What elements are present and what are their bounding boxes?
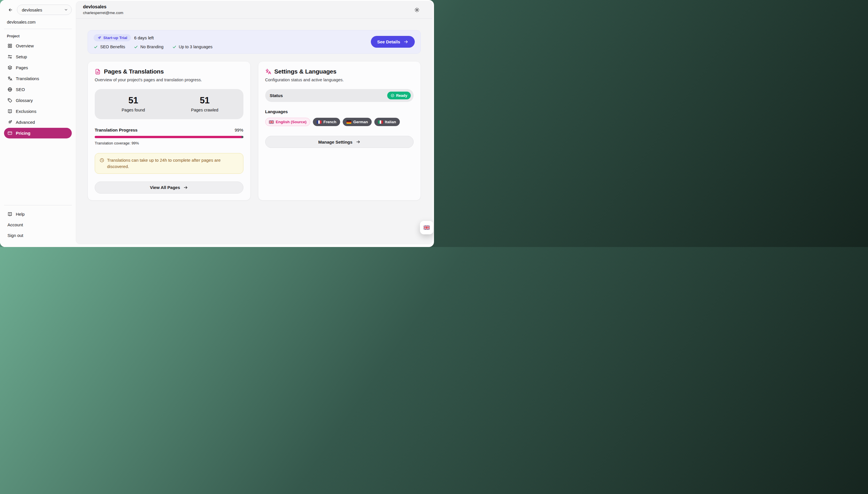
language-chip-french[interactable]: French bbox=[313, 118, 340, 126]
theme-toggle-button[interactable] bbox=[413, 6, 421, 14]
check-icon bbox=[172, 45, 177, 49]
trial-banner-row: Start-up Trial 6 days left bbox=[94, 34, 212, 41]
screen: devlosales devlosales.com Project Overvi… bbox=[0, 0, 434, 247]
sidebar-item-advanced[interactable]: Advanced bbox=[4, 117, 72, 128]
main-header: devlosales charlesperret@me.com bbox=[76, 1, 432, 19]
book-open-icon bbox=[7, 109, 12, 114]
sidebar-item-translations[interactable]: Translations bbox=[4, 73, 72, 84]
translate-icon bbox=[265, 69, 271, 75]
trial-feature-label: No Branding bbox=[140, 44, 164, 49]
sidebar-item-overview[interactable]: Overview bbox=[4, 40, 72, 51]
sparkles-icon bbox=[7, 120, 12, 125]
trial-badge: Start-up Trial bbox=[94, 34, 131, 41]
sidebar-item-glossary[interactable]: Glossary bbox=[4, 95, 72, 106]
status-row: Status Ready bbox=[265, 89, 414, 102]
trial-days-left: 6 days left bbox=[134, 35, 154, 40]
status-badge-label: Ready bbox=[396, 93, 407, 98]
translation-notice: Translations can take up to 24h to compl… bbox=[95, 153, 243, 174]
stat-label: Pages crawled bbox=[169, 108, 240, 112]
layers-icon bbox=[7, 65, 12, 70]
card-title: Settings & Languages bbox=[274, 68, 337, 75]
trial-banner-info: Start-up Trial 6 days left SEO Benefits bbox=[94, 34, 212, 49]
account-email: charlesperret@me.com bbox=[83, 11, 123, 15]
see-details-button[interactable]: See Details bbox=[371, 36, 415, 48]
sidebar-item-exclusions[interactable]: Exclusions bbox=[4, 106, 72, 117]
project-selector-value: devlosales bbox=[22, 7, 42, 12]
sidebar-item-label: Exclusions bbox=[16, 109, 37, 114]
file-text-icon bbox=[95, 69, 101, 75]
translation-progress-label: Translation Progress bbox=[95, 128, 138, 132]
language-chip-german[interactable]: German bbox=[343, 118, 372, 126]
main-content: Start-up Trial 6 days left SEO Benefits bbox=[76, 19, 432, 244]
back-button[interactable] bbox=[7, 6, 14, 14]
main-wrap: devlosales charlesperret@me.com bbox=[76, 0, 434, 247]
sparkle-icon bbox=[97, 36, 101, 40]
flag-de-icon bbox=[347, 120, 351, 124]
pages-stats: 51 Pages found 51 Pages crawled bbox=[95, 89, 243, 119]
translation-coverage-text: Translation coverage: 99% bbox=[95, 141, 243, 145]
sidebar-item-label: Glossary bbox=[16, 98, 33, 103]
language-chip-label: German bbox=[353, 120, 368, 124]
credit-card-icon bbox=[7, 131, 12, 136]
language-chips: English (Source) French German bbox=[265, 118, 414, 126]
trial-feature-label: SEO Benefits bbox=[100, 44, 125, 49]
arrow-right-icon bbox=[403, 39, 409, 44]
language-selector-button[interactable] bbox=[420, 221, 433, 234]
trial-feature: Up to 3 languages bbox=[172, 44, 213, 49]
pages-translations-card: Pages & Translations Overview of your pr… bbox=[87, 61, 251, 201]
app-window: devlosales devlosales.com Project Overvi… bbox=[0, 0, 434, 247]
sidebar-item-label: Sign out bbox=[7, 233, 23, 238]
language-chip-english-source[interactable]: English (Source) bbox=[265, 118, 310, 126]
status-label: Status bbox=[270, 93, 283, 98]
language-chip-italian[interactable]: Italian bbox=[374, 118, 400, 126]
sidebar: devlosales devlosales.com Project Overvi… bbox=[0, 0, 76, 247]
view-all-pages-label: View All Pages bbox=[150, 185, 180, 190]
manage-settings-label: Manage Settings bbox=[318, 139, 353, 145]
trial-feature-label: Up to 3 languages bbox=[179, 44, 213, 49]
sidebar-top: devlosales bbox=[4, 5, 72, 15]
translation-progress-bar bbox=[95, 136, 243, 138]
sidebar-item-seo[interactable]: SEO bbox=[4, 84, 72, 95]
sidebar-item-help[interactable]: Help bbox=[4, 209, 72, 220]
arrow-right-icon bbox=[356, 139, 360, 144]
stat-value: 51 bbox=[98, 95, 169, 106]
book-open-icon bbox=[7, 212, 12, 216]
stat-label: Pages found bbox=[98, 108, 169, 112]
flag-it-icon bbox=[378, 120, 383, 124]
sidebar-item-label: Setup bbox=[16, 54, 27, 59]
stat-pages-found: 51 Pages found bbox=[98, 95, 169, 112]
trial-badge-label: Start-up Trial bbox=[103, 36, 127, 40]
sidebar-item-label: Advanced bbox=[16, 120, 35, 125]
divider bbox=[4, 205, 72, 205]
account-summary: devlosales charlesperret@me.com bbox=[83, 4, 123, 15]
translate-icon bbox=[7, 76, 12, 81]
trial-features: SEO Benefits No Branding Up to 3 languag… bbox=[94, 44, 212, 49]
card-subtitle: Overview of your project's pages and tra… bbox=[95, 78, 243, 82]
tag-icon bbox=[7, 98, 12, 103]
translation-notice-text: Translations can take up to 24h to compl… bbox=[107, 157, 238, 170]
main-panel: devlosales charlesperret@me.com bbox=[76, 1, 433, 244]
sidebar-item-setup[interactable]: Setup bbox=[4, 52, 72, 62]
sidebar-item-sign-out[interactable]: Sign out bbox=[4, 230, 72, 241]
sidebar-item-account[interactable]: Account bbox=[4, 220, 72, 230]
sidebar-item-pricing[interactable]: Pricing bbox=[4, 128, 72, 138]
card-title-row: Settings & Languages bbox=[265, 68, 414, 75]
sidebar-item-label: Help bbox=[16, 212, 25, 216]
view-all-pages-button[interactable]: View All Pages bbox=[95, 182, 243, 194]
manage-settings-button[interactable]: Manage Settings bbox=[265, 136, 414, 148]
sidebar-item-label: Translations bbox=[16, 76, 39, 81]
sidebar-nav: Overview Setup Pages bbox=[4, 40, 72, 138]
project-selector-dropdown[interactable]: devlosales bbox=[17, 5, 72, 15]
check-icon bbox=[134, 45, 138, 49]
project-domain: devlosales.com bbox=[7, 20, 72, 24]
clock-icon bbox=[100, 157, 104, 170]
sliders-icon bbox=[7, 54, 12, 59]
sidebar-section-label: Project bbox=[7, 34, 72, 38]
language-chip-label: English (Source) bbox=[276, 120, 307, 124]
flag-gb-icon bbox=[269, 120, 274, 124]
stat-value: 51 bbox=[169, 95, 240, 106]
flag-fr-icon bbox=[317, 120, 321, 124]
trial-feature: No Branding bbox=[134, 44, 164, 49]
sidebar-item-pages[interactable]: Pages bbox=[4, 62, 72, 73]
card-title-row: Pages & Translations bbox=[95, 68, 243, 75]
